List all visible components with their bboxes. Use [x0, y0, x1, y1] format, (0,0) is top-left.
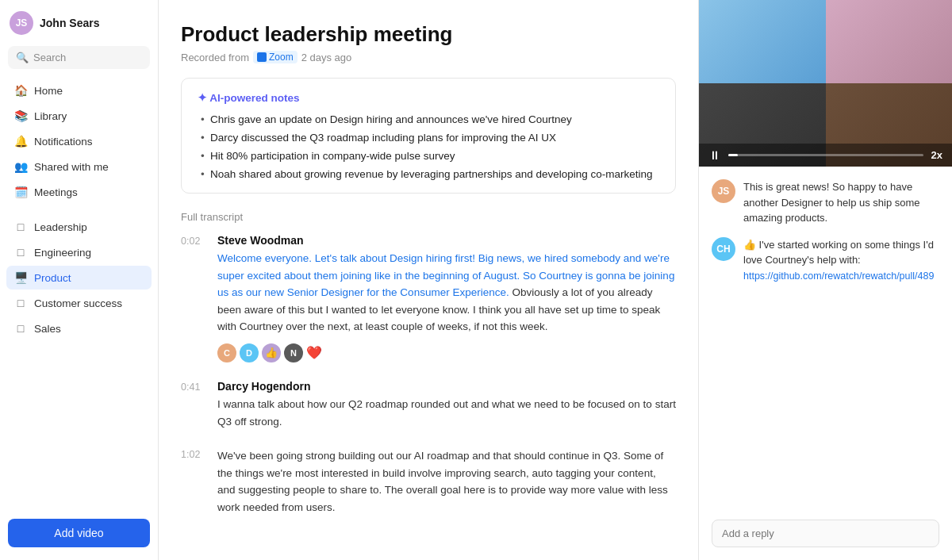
transcript-time-3: 1:02 [181, 447, 206, 516]
ai-notes-card: ✦ AI-powered notes Chris gave an update … [181, 78, 676, 194]
meeting-meta: Recorded from Zoom 2 days ago [181, 51, 676, 63]
progress-fill [728, 154, 738, 156]
sidebar-item-sales[interactable]: □Sales [6, 316, 152, 340]
comment-item-2: CH 👍 I've started working on some things… [712, 237, 939, 284]
sidebar-item-shared[interactable]: 👥Shared with me [6, 155, 152, 178]
library-icon: 📚 [14, 109, 27, 122]
transcript-speaker-1: Steve Woodman [217, 234, 676, 247]
video-cell-1 [699, 0, 826, 83]
reaction-heart: ❤️ [306, 345, 322, 360]
meeting-title: Product leadership meeting [181, 22, 676, 47]
reaction-avatar-4: N [284, 343, 303, 362]
leadership-icon: □ [14, 221, 27, 233]
nav-label-leadership: Leadership [34, 221, 87, 233]
transcript-label: Full transcript [181, 211, 676, 223]
reaction-avatar-2: D [240, 343, 259, 362]
video-grid [699, 0, 952, 167]
transcript-speaker-2: Darcy Hogendorn [217, 380, 676, 393]
sales-icon: □ [14, 322, 27, 335]
nav-label-library: Library [34, 110, 67, 122]
nav-label-customer-success: Customer success [34, 297, 122, 309]
reaction-avatar-1: C [217, 343, 236, 362]
reaction-avatar-3: 👍 [262, 343, 281, 362]
sidebar-item-notifications[interactable]: 🔔Notifications [6, 129, 152, 153]
customer-success-icon: □ [14, 297, 27, 309]
sidebar-item-customer-success[interactable]: □Customer success [6, 291, 152, 315]
participant-1 [699, 0, 826, 83]
comments-section: JS This is great news! So happy to have … [699, 167, 952, 520]
ai-note-2: Darcy discussed the Q3 roadmap including… [198, 132, 659, 144]
transcript-time-1: 0:02 [181, 234, 206, 362]
time-ago: 2 days ago [301, 52, 352, 63]
reply-input-wrap [712, 520, 939, 547]
nav-label-notifications: Notifications [34, 136, 93, 148]
search-bar[interactable]: 🔍 Search [8, 46, 150, 69]
reactions-1: C D 👍 N ❤️ [217, 343, 676, 362]
nav-label-product: Product [34, 272, 71, 284]
ai-notes-title: ✦ AI-powered notes [198, 91, 300, 104]
sidebar-item-leadership[interactable]: □Leadership [6, 215, 152, 239]
participant-2 [826, 0, 953, 83]
ai-notes-header: ✦ AI-powered notes [198, 91, 659, 104]
comment-text-1: This is great news! So happy to have ano… [743, 179, 939, 226]
nav-label-meetings: Meetings [34, 186, 78, 198]
meetings-icon: 🗓️ [14, 186, 27, 198]
transcript-text-3: We've been going strong building out our… [217, 447, 676, 516]
nav-label-shared: Shared with me [34, 161, 109, 173]
content-area: Product leadership meeting Recorded from… [159, 0, 698, 560]
home-icon: 🏠 [14, 84, 27, 97]
sidebar-item-product[interactable]: 🖥️Product [6, 266, 152, 290]
user-profile[interactable]: JS John Sears [0, 0, 158, 43]
transcript-entry-3: 1:02 We've been going strong building ou… [181, 447, 676, 516]
ai-notes-list: Chris gave an update on Design hiring an… [198, 113, 659, 180]
workspace-nav: □Leadership□Engineering🖥️Product□Custome… [0, 215, 158, 340]
pause-button[interactable]: ⏸ [708, 148, 720, 162]
product-icon: 🖥️ [14, 271, 27, 284]
sidebar-item-meetings[interactable]: 🗓️Meetings [6, 180, 152, 204]
comment-text-2: 👍 I've started working on some things I'… [743, 237, 939, 284]
sidebar-item-library[interactable]: 📚Library [6, 104, 152, 128]
sidebar-item-home[interactable]: 🏠Home [6, 79, 152, 102]
reply-input[interactable] [712, 520, 939, 547]
zoom-badge: Zoom [253, 51, 298, 63]
comment-link[interactable]: https://github.com/rewatch/rewatch/pull/… [743, 270, 934, 282]
transcript-body-2: Darcy Hogendorn I wanna talk about how o… [217, 380, 676, 430]
ai-note-3: Hit 80% participation in company-wide pu… [198, 150, 659, 162]
ai-note-4: Noah shared about growing revenue by lev… [198, 168, 659, 180]
engineering-icon: □ [14, 246, 27, 259]
transcript-text-1: Welcome everyone. Let's talk about Desig… [217, 250, 676, 336]
search-label: Search [33, 52, 66, 63]
avatar: JS [10, 11, 33, 35]
video-player[interactable]: ⏸ 2x [699, 0, 952, 167]
video-cell-2 [826, 0, 953, 83]
username: John Sears [40, 17, 99, 29]
main-nav: 🏠Home📚Library🔔Notifications👥Shared with … [0, 79, 158, 204]
right-panel: ⏸ 2x JS This is great news! So happy to … [698, 0, 952, 560]
recorded-from-label: Recorded from [181, 52, 249, 63]
nav-label-home: Home [34, 85, 63, 97]
zoom-label: Zoom [269, 52, 294, 63]
video-controls: ⏸ 2x [699, 144, 952, 167]
transcript-entry-1: 0:02 Steve Woodman Welcome everyone. Let… [181, 234, 676, 362]
comment-item-1: JS This is great news! So happy to have … [712, 179, 939, 226]
nav-label-engineering: Engineering [34, 247, 91, 259]
notifications-icon: 🔔 [14, 135, 27, 148]
sidebar-item-engineering[interactable]: □Engineering [6, 240, 152, 264]
ai-note-1: Chris gave an update on Design hiring an… [198, 113, 659, 125]
search-icon: 🔍 [16, 52, 29, 63]
transcript-entry-2: 0:41 Darcy Hogendorn I wanna talk about … [181, 380, 676, 430]
transcript-text-2: I wanna talk about how our Q2 roadmap ro… [217, 396, 676, 430]
comment-avatar-1: JS [712, 179, 735, 203]
progress-bar[interactable] [728, 154, 923, 156]
transcript-body-3: We've been going strong building out our… [217, 447, 676, 516]
zoom-icon [257, 52, 267, 62]
add-video-button[interactable]: Add video [8, 519, 150, 547]
shared-icon: 👥 [14, 160, 27, 173]
comment-avatar-2: CH [712, 237, 735, 261]
nav-label-sales: Sales [34, 323, 61, 335]
transcript-body-1: Steve Woodman Welcome everyone. Let's ta… [217, 234, 676, 362]
speed-badge[interactable]: 2x [931, 149, 942, 161]
transcript-time-2: 0:41 [181, 380, 206, 430]
